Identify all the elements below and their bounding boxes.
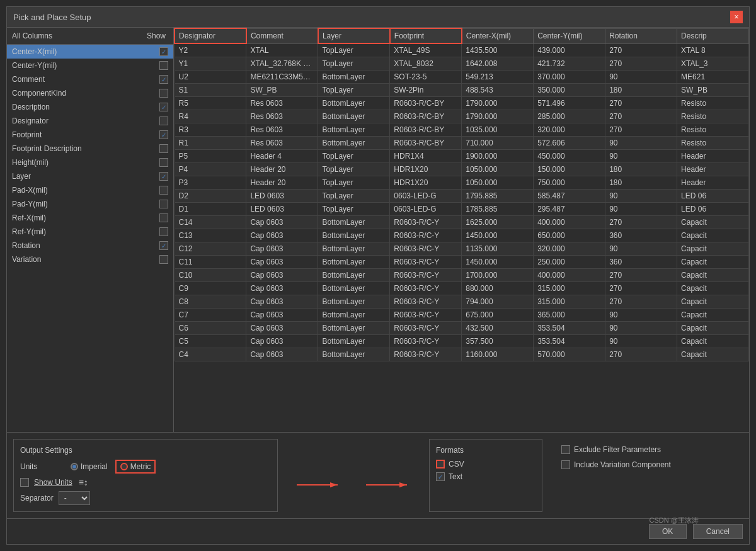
- table-cell-footprint: R0603-R/C-Y: [390, 256, 462, 269]
- close-button[interactable]: ×: [730, 11, 743, 23]
- table-row[interactable]: Y1XTAL_32.768K 803TopLayerXTAL_80321642.…: [175, 57, 749, 71]
- table-cell-footprint: R0603-R/C-Y: [390, 282, 462, 295]
- table-column-header[interactable]: Layer: [318, 28, 390, 43]
- table-row[interactable]: R5Res 0603BottomLayerR0603-R/C-BY1790.00…: [175, 97, 749, 110]
- table-cell-layer: BottomLayer: [318, 322, 390, 335]
- text-checkbox[interactable]: [436, 472, 445, 481]
- table-row[interactable]: R4Res 0603BottomLayerR0603-R/C-BY1790.00…: [175, 110, 749, 123]
- sidebar-item[interactable]: Ref-Y(mil): [7, 225, 173, 239]
- sidebar-item-checkbox[interactable]: [159, 116, 168, 125]
- sidebar-item-checkbox[interactable]: [159, 130, 168, 139]
- table-cell-layer: BottomLayer: [318, 242, 390, 256]
- table-row[interactable]: R1Res 0603BottomLayerR0603-R/C-BY710.000…: [175, 137, 749, 150]
- csv-checkbox[interactable]: [436, 460, 445, 469]
- table-column-header[interactable]: Footprint: [390, 28, 462, 43]
- sidebar-item-checkbox[interactable]: [159, 144, 168, 153]
- table-column-header[interactable]: Comment: [246, 28, 318, 43]
- text-format-item[interactable]: Text: [436, 472, 536, 481]
- sidebar-item-checkbox[interactable]: [159, 213, 168, 222]
- table-row[interactable]: C14Cap 0603BottomLayerR0603-R/C-Y1625.00…: [175, 216, 749, 229]
- sidebar-item[interactable]: Pad-Y(mil): [7, 197, 173, 211]
- separator-dropdown[interactable]: - , ;: [59, 491, 90, 505]
- table-cell-centerx: 1642.008: [462, 57, 534, 71]
- sidebar-item[interactable]: Ref-X(mil): [7, 211, 173, 225]
- csv-format-item[interactable]: CSV: [436, 460, 536, 469]
- show-units-checkbox[interactable]: [20, 478, 29, 487]
- sidebar-item-checkbox[interactable]: [159, 61, 168, 70]
- sidebar-item-checkbox[interactable]: [159, 200, 168, 208]
- table-column-header[interactable]: Center-Y(mil): [534, 28, 605, 43]
- sidebar-item-checkbox[interactable]: [159, 172, 168, 181]
- table-column-header[interactable]: Rotation: [605, 28, 677, 43]
- sidebar-item-checkbox[interactable]: [159, 158, 168, 167]
- imperial-radio[interactable]: Imperial: [71, 462, 108, 471]
- sidebar-item-label: Footprint Description: [12, 144, 82, 153]
- sidebar-item[interactable]: Center-Y(mil): [7, 59, 173, 72]
- metric-radio[interactable]: Metric: [115, 460, 156, 474]
- table-row[interactable]: C12Cap 0603BottomLayerR0603-R/C-Y1135.00…: [175, 242, 749, 256]
- sidebar-item[interactable]: Pad-X(mil): [7, 183, 173, 197]
- exclude-filter-checkbox[interactable]: [561, 445, 570, 454]
- table-row[interactable]: C4Cap 0603BottomLayerR0603-R/C-Y1160.000…: [175, 348, 749, 361]
- sidebar-item[interactable]: Footprint Description: [7, 142, 173, 156]
- table-cell-designator: C4: [175, 348, 246, 361]
- sidebar-item-checkbox[interactable]: [159, 89, 168, 98]
- sidebar-item-checkbox[interactable]: [159, 241, 168, 250]
- include-variation-checkbox[interactable]: [561, 460, 570, 469]
- table-row[interactable]: C11Cap 0603BottomLayerR0603-R/C-Y1450.00…: [175, 256, 749, 269]
- cancel-button[interactable]: Cancel: [693, 524, 743, 539]
- sidebar-item[interactable]: Variation: [7, 253, 173, 266]
- sidebar-item[interactable]: Comment: [7, 72, 173, 86]
- sidebar-item[interactable]: Height(mil): [7, 156, 173, 169]
- table-column-header[interactable]: Center-X(mil): [462, 28, 534, 43]
- table-row[interactable]: P4Header 20TopLayerHDR1X201050.000150.00…: [175, 163, 749, 176]
- table-cell-footprint: R0603-R/C-Y: [390, 269, 462, 282]
- table-cell-descrip: Resisto: [677, 137, 749, 150]
- table-row[interactable]: D2LED 0603TopLayer0603-LED-G1795.885585.…: [175, 190, 749, 203]
- table-row[interactable]: C6Cap 0603BottomLayerR0603-R/C-Y432.5003…: [175, 322, 749, 335]
- sidebar-item[interactable]: Center-X(mil): [7, 45, 173, 59]
- table-row[interactable]: P5Header 4TopLayerHDR1X41900.000450.0009…: [175, 150, 749, 163]
- imperial-radio-circle[interactable]: [71, 463, 78, 470]
- table-row[interactable]: C13Cap 0603BottomLayerR0603-R/C-Y1450.00…: [175, 229, 749, 242]
- table-row[interactable]: P3Header 20TopLayerHDR1X201050.000750.00…: [175, 176, 749, 190]
- table-cell-centerx: 794.000: [462, 295, 534, 309]
- table-row[interactable]: U2ME6211C33M5G SBottomLayerSOT-23-5549.2…: [175, 71, 749, 84]
- sidebar-item[interactable]: Footprint: [7, 128, 173, 142]
- table-row[interactable]: C9Cap 0603BottomLayerR0603-R/C-Y880.0003…: [175, 282, 749, 295]
- table-column-header[interactable]: Designator: [175, 28, 246, 43]
- sidebar-item-checkbox[interactable]: [159, 47, 168, 56]
- table-row[interactable]: S1SW_PBTopLayerSW-2Pin488.543350.000180S…: [175, 84, 749, 97]
- table-cell-rotation: 180: [605, 84, 677, 97]
- table-wrapper[interactable]: DesignatorCommentLayerFootprintCenter-X(…: [174, 28, 749, 432]
- table-row[interactable]: Y2XTALTopLayerXTAL_49S1435.500439.000270…: [175, 43, 749, 57]
- table-row[interactable]: D1LED 0603TopLayer0603-LED-G1785.885295.…: [175, 203, 749, 216]
- sidebar-item-checkbox[interactable]: [159, 103, 168, 111]
- exclude-filter-item[interactable]: Exclude Filter Parameters: [561, 445, 736, 454]
- table-row[interactable]: R3Res 0603BottomLayerR0603-R/C-BY1035.00…: [175, 123, 749, 137]
- table-row[interactable]: C5Cap 0603BottomLayerR0603-R/C-Y357.5003…: [175, 335, 749, 348]
- ok-button[interactable]: OK: [649, 524, 687, 539]
- table-column-header[interactable]: Descrip: [677, 28, 749, 43]
- table-row[interactable]: C8Cap 0603BottomLayerR0603-R/C-Y794.0003…: [175, 295, 749, 309]
- table-row[interactable]: C7Cap 0603BottomLayerR0603-R/C-Y675.0003…: [175, 309, 749, 322]
- sidebar-item-checkbox[interactable]: [159, 255, 168, 264]
- sidebar-item[interactable]: ComponentKind: [7, 86, 173, 100]
- sidebar-item-checkbox[interactable]: [159, 75, 168, 84]
- table-cell-centery: 585.487: [534, 190, 605, 203]
- sidebar-item[interactable]: Rotation: [7, 239, 173, 253]
- table-row[interactable]: C10Cap 0603BottomLayerR0603-R/C-Y1700.00…: [175, 269, 749, 282]
- sidebar-item-checkbox[interactable]: [159, 186, 168, 195]
- sidebar-item[interactable]: Layer: [7, 169, 173, 183]
- arrow-svg2: [360, 472, 416, 497]
- table-cell-comment: Header 20: [246, 163, 318, 176]
- output-settings-title: Output Settings: [20, 446, 271, 455]
- sidebar-item[interactable]: Designator: [7, 114, 173, 128]
- sidebar-item-label: Comment: [12, 75, 45, 84]
- main-content: All Columns Show Center-X(mil)Center-Y(m…: [7, 28, 749, 432]
- include-variation-label: Include Variation Component: [574, 460, 671, 469]
- include-variation-item[interactable]: Include Variation Component: [561, 460, 736, 469]
- sidebar-item[interactable]: Description: [7, 100, 173, 114]
- sidebar-item-checkbox[interactable]: [159, 227, 168, 236]
- metric-radio-circle[interactable]: [120, 463, 128, 470]
